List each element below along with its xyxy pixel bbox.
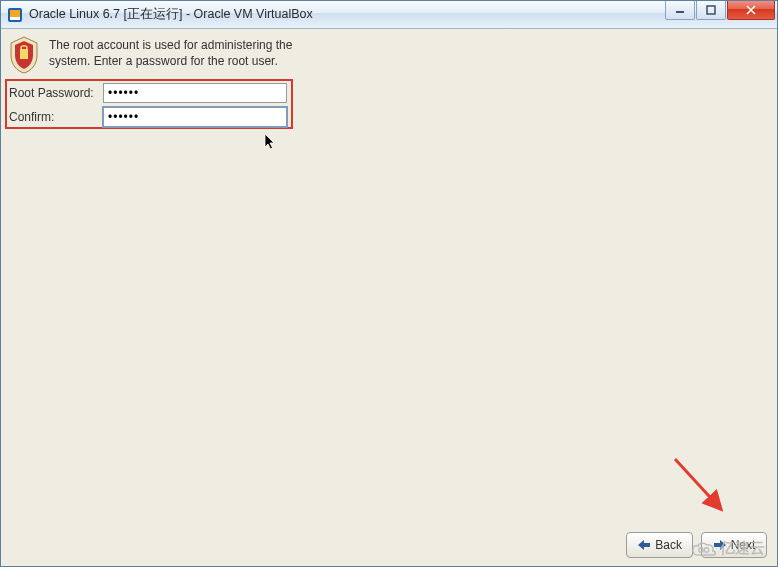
svg-rect-4 bbox=[707, 6, 715, 14]
confirm-password-row: Confirm: bbox=[9, 107, 287, 127]
window-controls bbox=[665, 1, 775, 28]
root-password-row: Root Password: bbox=[9, 83, 287, 103]
confirm-password-input[interactable] bbox=[103, 107, 287, 127]
arrow-right-icon bbox=[713, 539, 727, 551]
close-button[interactable] bbox=[727, 1, 775, 20]
root-shield-icon bbox=[7, 35, 41, 75]
next-button[interactable]: Next bbox=[701, 532, 767, 558]
virtualbox-icon bbox=[7, 7, 23, 23]
installer-page: The root account is used for administeri… bbox=[1, 29, 777, 566]
navigation-bar: Back Next bbox=[1, 524, 777, 566]
minimize-button[interactable] bbox=[665, 1, 695, 20]
arrow-left-icon bbox=[637, 539, 651, 551]
maximize-button[interactable] bbox=[696, 1, 726, 20]
confirm-password-label: Confirm: bbox=[9, 110, 103, 124]
description-text: The root account is used for administeri… bbox=[49, 35, 293, 69]
cursor-icon bbox=[264, 133, 278, 154]
description-box: The root account is used for administeri… bbox=[7, 35, 293, 75]
svg-rect-1 bbox=[10, 10, 20, 17]
window-title: Oracle Linux 6.7 [正在运行] - Oracle VM Virt… bbox=[29, 6, 665, 23]
back-button-label: Back bbox=[655, 538, 682, 552]
back-button[interactable]: Back bbox=[626, 532, 693, 558]
annotation-arrow-icon bbox=[673, 457, 729, 520]
virtualbox-window: Oracle Linux 6.7 [正在运行] - Oracle VM Virt… bbox=[0, 0, 778, 567]
window-titlebar[interactable]: Oracle Linux 6.7 [正在运行] - Oracle VM Virt… bbox=[1, 1, 777, 29]
next-button-label: Next bbox=[731, 538, 756, 552]
svg-rect-3 bbox=[676, 11, 684, 13]
root-password-label: Root Password: bbox=[9, 86, 103, 100]
root-password-input[interactable] bbox=[103, 83, 287, 103]
svg-rect-2 bbox=[10, 17, 20, 20]
